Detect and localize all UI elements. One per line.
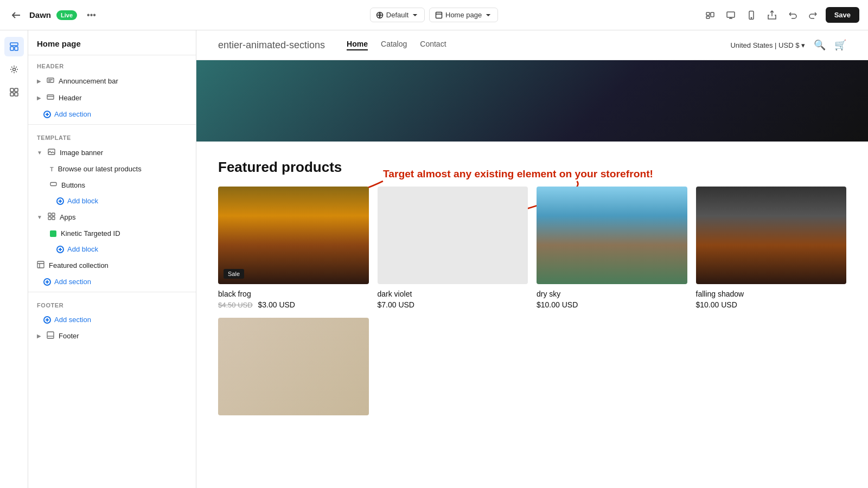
svg-point-11	[12, 68, 15, 71]
image-banner-icon	[48, 148, 55, 157]
svg-rect-5	[727, 12, 735, 17]
product-image-1	[378, 187, 528, 284]
mobile-icon[interactable]	[743, 7, 760, 23]
sidebar-item-apps[interactable]: ▼ Apps	[28, 209, 196, 226]
settings-icon[interactable]	[4, 60, 24, 79]
search-icon[interactable]: 🔍	[814, 39, 826, 51]
chevron-right-icon: ▶	[37, 95, 41, 101]
section-icon	[47, 93, 54, 102]
chevron-down-icon: ▼	[37, 214, 42, 220]
main-layout: Home page Header ▶ Announcement bar ▶	[0, 30, 868, 488]
product-card-0[interactable]: Sale black frog $4.50 USD $3.00 USD	[218, 187, 369, 309]
sections-icon[interactable]	[4, 37, 24, 56]
topbar-center: Default Home page	[370, 8, 498, 22]
footer-label: Footer	[59, 332, 79, 340]
header-add-section-button[interactable]: Add section	[28, 106, 196, 122]
undo-button[interactable]	[784, 7, 801, 23]
product-price-original-0: $4.50 USD	[218, 301, 253, 309]
topbar-right: Save	[505, 7, 859, 23]
svg-rect-13	[15, 88, 18, 92]
product-name-1: dark violet	[378, 290, 528, 298]
product-card-2[interactable]: dry sky $10.00 USD	[537, 187, 687, 309]
sidebar-icons	[0, 30, 28, 488]
footer-add-section-label: Add section	[54, 316, 91, 324]
svg-rect-3	[711, 12, 714, 17]
nav-catalog[interactable]: Catalog	[381, 40, 407, 50]
apps-icon[interactable]	[4, 82, 24, 102]
add-block-label-1: Add block	[67, 197, 98, 205]
product-price-2: $10.00 USD	[537, 300, 687, 309]
redo-button[interactable]	[805, 7, 821, 23]
desktop-icon[interactable]	[723, 7, 739, 23]
footer-add-section-button[interactable]: Add section	[28, 312, 196, 328]
svg-rect-16	[47, 78, 54, 82]
cart-icon[interactable]: 🛒	[834, 39, 846, 51]
header-label: Header	[59, 94, 82, 102]
nav-home[interactable]: Home	[347, 40, 368, 50]
text-icon: T	[50, 166, 54, 172]
featured-collection-label: Featured collection	[49, 261, 108, 269]
product-card-1[interactable]: dark violet $7.00 USD	[378, 187, 528, 309]
sidebar-item-header[interactable]: ▶ Header	[28, 89, 196, 106]
store-region: United States | USD $ ▾	[730, 41, 805, 49]
svg-rect-25	[52, 217, 55, 220]
store-header-right: United States | USD $ ▾ 🔍 🛒	[730, 39, 846, 51]
store-header: entier-animated-sections Home Catalog Co…	[196, 30, 868, 60]
page-selector[interactable]: Home page	[429, 8, 498, 22]
sidebar-item-kinetic[interactable]: Kinetic Targeted ID	[28, 226, 196, 241]
default-selector[interactable]: Default	[370, 8, 425, 22]
buttons-label: Buttons	[61, 181, 85, 189]
svg-point-7	[751, 17, 752, 18]
preview-area: entier-animated-sections Home Catalog Co…	[196, 30, 868, 488]
button-icon	[50, 181, 57, 189]
page-label: Home page	[445, 11, 482, 19]
nav-contact[interactable]: Contact	[420, 40, 446, 50]
save-button[interactable]: Save	[826, 7, 859, 23]
announcement-bar-label: Announcement bar	[59, 77, 118, 85]
footer-group-label: Footer	[28, 294, 196, 312]
product-price-0: $4.50 USD $3.00 USD	[218, 300, 369, 309]
share-icon[interactable]	[764, 7, 780, 23]
product-price-1: $7.00 USD	[378, 300, 528, 309]
apps-label: Apps	[60, 213, 76, 221]
sidebar-item-announcement-bar[interactable]: ▶ Announcement bar	[28, 73, 196, 89]
sidebar-item-featured-collection[interactable]: Featured collection	[28, 257, 196, 274]
product-name-2: dry sky	[537, 290, 687, 298]
live-badge: Live	[56, 10, 77, 20]
kinetic-label: Kinetic Targeted ID	[61, 229, 120, 237]
divider-2	[28, 292, 196, 292]
product-image-3	[696, 187, 847, 284]
svg-rect-24	[48, 217, 51, 220]
more-button[interactable]: •••	[82, 8, 100, 22]
back-button[interactable]	[9, 8, 24, 23]
store-logo: entier-animated-sections	[218, 40, 325, 51]
customize-icon[interactable]	[702, 7, 718, 23]
template-add-section-button[interactable]: Add section	[28, 274, 196, 290]
svg-rect-30	[47, 332, 54, 338]
svg-rect-1	[436, 12, 442, 18]
sale-badge-0: Sale	[224, 269, 244, 279]
store-nav: Home Catalog Contact	[347, 40, 730, 50]
svg-rect-23	[52, 213, 55, 216]
sidebar-item-browse[interactable]: T Browse our latest products	[28, 161, 196, 177]
chevron-right-icon: ▶	[37, 78, 41, 84]
section-icon	[47, 76, 54, 86]
svg-rect-4	[706, 16, 710, 18]
svg-rect-10	[15, 47, 18, 50]
product-card-row2-0[interactable]	[218, 318, 369, 415]
svg-rect-27	[37, 261, 44, 268]
product-image-0: Sale	[218, 187, 369, 284]
browse-label: Browse our latest products	[58, 165, 142, 173]
svg-rect-14	[10, 93, 14, 96]
image-banner-add-block-button[interactable]: Add block	[28, 193, 196, 209]
panel-title: Home page	[28, 30, 196, 55]
apps-add-block-button[interactable]: Add block	[28, 241, 196, 257]
svg-rect-8	[10, 43, 18, 46]
sidebar-item-buttons[interactable]: Buttons	[28, 177, 196, 193]
sidebar-item-image-banner[interactable]: ▼ Image banner	[28, 144, 196, 161]
section-panel: Home page Header ▶ Announcement bar ▶	[28, 30, 196, 488]
kinetic-dot-icon	[50, 230, 56, 237]
sidebar-item-footer[interactable]: ▶ Footer	[28, 328, 196, 344]
chevron-down-icon: ▼	[37, 150, 42, 156]
product-card-3[interactable]: falling shadow $10.00 USD	[696, 187, 847, 309]
